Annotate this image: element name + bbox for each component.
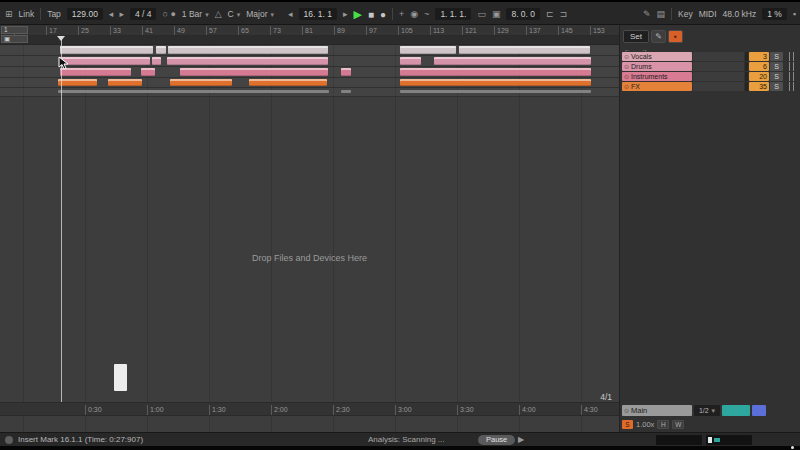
- quantize-menu[interactable]: 1 Bar: [182, 9, 209, 19]
- loop-length-field[interactable]: 8. 0. 0: [506, 8, 540, 20]
- instruments-lane-clip[interactable]: [180, 68, 328, 76]
- nudge-up-icon[interactable]: ▸: [119, 9, 124, 19]
- width-button[interactable]: W: [672, 420, 684, 429]
- punch-out-icon[interactable]: ⊐: [560, 9, 568, 19]
- pan-fader-line[interactable]: [793, 62, 794, 71]
- loop-start-box[interactable]: 1: [1, 26, 28, 34]
- resume-icon[interactable]: ▶: [518, 435, 524, 444]
- vocals-lane-clip[interactable]: [400, 46, 456, 54]
- drums-lane-clip[interactable]: [400, 57, 421, 65]
- pencil-button[interactable]: ✎: [651, 30, 666, 43]
- volume-fader-line[interactable]: [789, 72, 790, 81]
- volume-fader-line[interactable]: [789, 52, 790, 61]
- track-device-area[interactable]: [693, 62, 744, 71]
- scale-root-menu[interactable]: C: [228, 9, 241, 19]
- metronome-icon[interactable]: △: [215, 9, 222, 19]
- playhead-line[interactable]: [61, 36, 62, 402]
- drop-zone[interactable]: Drop Files and Devices Here: [0, 253, 619, 263]
- height-button[interactable]: H: [657, 420, 669, 429]
- track-row-instruments[interactable]: ⊙Instruments20S: [622, 72, 799, 81]
- main-track-row[interactable]: ⊙ Main 1/2: [622, 405, 799, 416]
- record-button[interactable]: ●: [380, 9, 386, 20]
- track-name-chip[interactable]: ⊙Drums: [622, 62, 692, 71]
- selection-box-icon[interactable]: ▣: [1, 35, 28, 43]
- blue-control[interactable]: [752, 405, 766, 416]
- vocals-lane-clip[interactable]: [60, 46, 153, 54]
- track-activator-icon[interactable]: ⊙: [624, 73, 629, 80]
- track-clip-count[interactable]: 6: [749, 62, 769, 71]
- track-row-fx[interactable]: ⊙FX35S: [622, 82, 799, 91]
- link-button[interactable]: Link: [19, 9, 35, 19]
- track-activator-icon[interactable]: ⊙: [624, 63, 629, 70]
- selection-icon[interactable]: ▭: [477, 9, 486, 19]
- track-activator-icon[interactable]: ⊙: [624, 83, 629, 90]
- main-track-chip[interactable]: ⊙ Main: [622, 405, 692, 416]
- pan-fader-line[interactable]: [793, 52, 794, 61]
- scale-mode-menu[interactable]: Major: [246, 9, 274, 19]
- main-lane-clip[interactable]: [341, 90, 351, 93]
- track-row-vocals[interactable]: ⊙Vocals3S: [622, 52, 799, 61]
- follow-right-icon[interactable]: ▸: [343, 9, 348, 19]
- drums-lane-clip[interactable]: [60, 57, 150, 65]
- draw-mode-icon[interactable]: ✎: [643, 9, 651, 19]
- track-name-chip[interactable]: ⊙FX: [622, 82, 692, 91]
- track-solo-button[interactable]: S: [770, 82, 783, 91]
- drums-lane-clip[interactable]: [167, 57, 328, 65]
- main-lane-clip[interactable]: [58, 90, 329, 93]
- fx-lane-clip[interactable]: [108, 79, 142, 86]
- main-lane-clip[interactable]: [400, 90, 591, 93]
- track-fader-area[interactable]: [784, 52, 799, 61]
- set-button[interactable]: Set: [623, 30, 649, 43]
- track-activator-icon[interactable]: ⊙: [624, 53, 629, 60]
- track-device-area[interactable]: [693, 82, 744, 91]
- fx-lane-clip[interactable]: [58, 79, 97, 86]
- instruments-lane-clip[interactable]: [141, 68, 155, 76]
- track-fader-area[interactable]: [784, 62, 799, 71]
- drums-lane-clip[interactable]: [152, 57, 161, 65]
- midi-overdub-icon[interactable]: +: [399, 9, 404, 19]
- track-solo-button[interactable]: S: [770, 62, 783, 71]
- track-name-chip[interactable]: ⊙Instruments: [622, 72, 692, 81]
- vocals-lane-clip[interactable]: [459, 46, 590, 54]
- track-solo-button[interactable]: S: [770, 72, 783, 81]
- pan-fader-line[interactable]: [793, 82, 794, 91]
- scrub-area[interactable]: [0, 36, 619, 45]
- volume-fader-line[interactable]: [789, 62, 790, 71]
- fx-lane-clip[interactable]: [170, 79, 232, 86]
- play-button[interactable]: ▶: [353, 8, 361, 21]
- vocals-lane-clip[interactable]: [168, 46, 328, 54]
- insert-marker-triangle[interactable]: [57, 36, 65, 41]
- fx-lane-clip[interactable]: [249, 79, 327, 86]
- grid-value-menu[interactable]: 1/2: [694, 405, 720, 416]
- track-solo-button[interactable]: S: [770, 52, 783, 61]
- track-activator-icon[interactable]: ⊙: [624, 407, 629, 414]
- track-name-chip[interactable]: ⊙Vocals: [622, 52, 692, 61]
- volume-fader-line[interactable]: [789, 82, 790, 91]
- follow-left-icon[interactable]: ◂: [288, 9, 293, 19]
- punch-in-icon[interactable]: ⊏: [546, 9, 554, 19]
- main-solo-button[interactable]: S: [622, 420, 633, 429]
- pan-fader-line[interactable]: [793, 72, 794, 81]
- arrangement-position-field[interactable]: 16. 1. 1: [299, 8, 337, 20]
- beat-time-ruler[interactable]: 9172533414957657381899710511312112913714…: [0, 25, 619, 36]
- menu-grid-icon[interactable]: ⊞: [5, 9, 13, 19]
- track-row-drums[interactable]: ⊙Drums6S: [622, 62, 799, 71]
- vocals-lane-clip[interactable]: [156, 46, 166, 54]
- nudge-down-icon[interactable]: ◂: [109, 9, 114, 19]
- session-record-icon[interactable]: ◉: [410, 9, 418, 19]
- track-device-area[interactable]: [693, 72, 744, 81]
- track-clip-count[interactable]: 35: [749, 82, 769, 91]
- teal-control[interactable]: [722, 405, 750, 416]
- loop-switch-icon[interactable]: ▣: [492, 9, 501, 19]
- track-clip-count[interactable]: 3: [749, 52, 769, 61]
- fx-lane-clip[interactable]: [400, 79, 591, 86]
- time-signature-field[interactable]: 4 / 4: [130, 8, 157, 20]
- key-map-button[interactable]: Key: [678, 9, 693, 19]
- instruments-lane-clip[interactable]: [60, 68, 131, 76]
- automation-arm-icon[interactable]: ~: [424, 9, 429, 19]
- track-device-area[interactable]: [693, 52, 744, 61]
- io-button[interactable]: ▪: [668, 30, 683, 43]
- stop-button[interactable]: ■: [368, 9, 374, 20]
- instruments-lane-clip[interactable]: [400, 68, 591, 76]
- pause-button[interactable]: Pause: [478, 435, 515, 445]
